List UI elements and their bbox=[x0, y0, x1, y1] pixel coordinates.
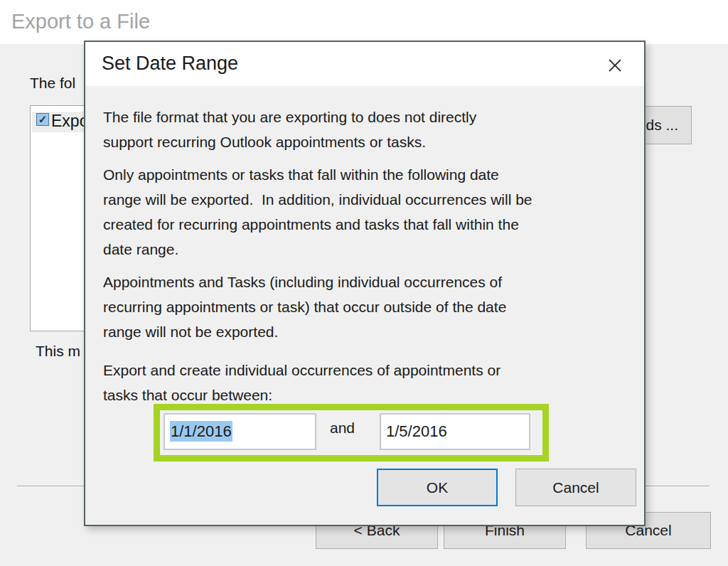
list-item-label: Expo bbox=[51, 112, 88, 131]
wizard-title: Export to a File bbox=[11, 10, 150, 33]
paragraph-export-between: Export and create individual occurrences… bbox=[103, 358, 500, 407]
ok-button[interactable]: OK bbox=[377, 469, 498, 506]
paragraph-format-warning: The file format that you are exporting t… bbox=[103, 105, 476, 154]
checkbox-checked-icon[interactable]: ✓ bbox=[36, 113, 49, 126]
dialog-title: Set Date Range bbox=[102, 53, 238, 75]
close-icon[interactable] bbox=[603, 53, 627, 78]
date-to-input[interactable]: 1/5/2016 bbox=[380, 413, 530, 450]
and-label: and bbox=[330, 420, 355, 437]
dialog-cancel-button[interactable]: Cancel bbox=[515, 469, 636, 506]
paragraph-outside-range: Appointments and Tasks (including indivi… bbox=[103, 269, 506, 344]
paragraph-date-range-info: Only appointments or tasks that fall wit… bbox=[103, 162, 532, 262]
set-date-range-dialog: Set Date Range The file format that you … bbox=[84, 41, 646, 526]
wizard-actions-label: The fol bbox=[30, 75, 75, 92]
selected-date-text: 1/1/2016 bbox=[170, 421, 232, 442]
date-from-input[interactable]: 1/1/2016 bbox=[164, 413, 316, 450]
wizard-note: This m bbox=[36, 343, 80, 360]
